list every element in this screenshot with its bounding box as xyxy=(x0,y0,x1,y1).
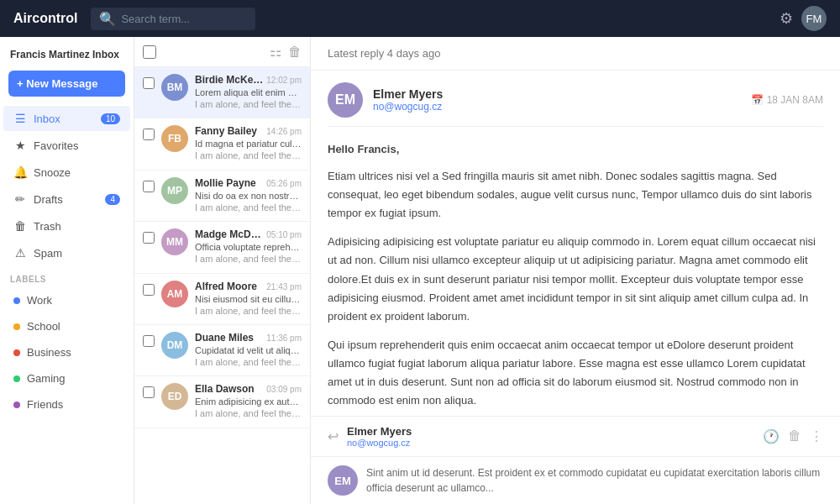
sidebar-item-spam[interactable]: ⚠ Spam xyxy=(3,240,130,265)
email-text: Hello Francis, Etiam ultrices nisi vel a… xyxy=(328,127,823,416)
msg-avatar-2: FB xyxy=(161,125,188,152)
navbar: Aircontrol 🔍 ⚙ FM xyxy=(0,0,840,37)
search-input[interactable] xyxy=(121,13,247,25)
msg-avatar-4: MM xyxy=(161,228,188,255)
sidebar-item-favorites[interactable]: ★ Favorites xyxy=(3,133,130,158)
message-item-4[interactable]: MM Madge McDaniel 05:10 pm Officia volup… xyxy=(134,222,310,273)
msg-preview-4: I am alone, and feel the charm of existe… xyxy=(195,253,302,265)
msg-content-3: Mollie Payne 05:26 pm Nisi do oa ex non … xyxy=(195,177,302,214)
message-item-1[interactable]: BM Birdie McKenzie 12:02 pm Lorem aliqua… xyxy=(134,67,310,118)
msg-subject-5: Nisi eiusmod sit eu cillum id officia ..… xyxy=(195,294,302,304)
school-dot xyxy=(13,323,20,330)
sidebar-item-gaming[interactable]: Gaming xyxy=(3,366,130,391)
msg-avatar-5: AM xyxy=(161,281,188,307)
main-layout: Francis Martinez Inbox + New Message ☰ I… xyxy=(0,37,840,504)
business-label: Business xyxy=(27,346,71,359)
avatar[interactable]: FM xyxy=(801,6,827,31)
message-list-header: ⚏ 🗑 xyxy=(134,37,310,67)
new-message-button[interactable]: + New Message xyxy=(8,71,125,97)
msg-preview-2: I am alone, and feel the charm of existe… xyxy=(195,150,302,162)
message-item-3[interactable]: MP Mollie Payne 05:26 pm Nisi do oa ex n… xyxy=(134,171,310,222)
sidebar-item-drafts[interactable]: ✏ Drafts 4 xyxy=(3,186,130,212)
msg-time-1: 12:02 pm xyxy=(266,76,302,85)
inbox-badge: 10 xyxy=(101,113,120,124)
msg-time-2: 14:26 pm xyxy=(266,127,302,136)
msg-preview-3: I am alone, and feel the charm of existe… xyxy=(195,202,302,214)
email-para-3: Qui ipsum reprehenderit quis enim occaec… xyxy=(328,336,823,410)
email-from-row: EM Elmer Myers no@wogcug.cz 📅 18 JAN 8AM xyxy=(328,71,823,127)
sidebar-item-inbox[interactable]: ☰ Inbox 10 xyxy=(3,106,130,131)
msg-name-1: Birdie McKenzie xyxy=(195,74,266,86)
sidebar-item-work[interactable]: Work xyxy=(3,288,130,312)
msg-header-2: Fanny Bailey 14:26 pm xyxy=(195,125,302,137)
email-sender-avatar: EM xyxy=(328,82,363,118)
msg-time-7: 03:09 pm xyxy=(266,385,302,394)
favorites-icon: ★ xyxy=(13,139,27,152)
friends-dot xyxy=(13,402,20,408)
msg-checkbox-2[interactable] xyxy=(143,129,155,140)
calendar-icon: 📅 xyxy=(751,94,764,106)
msg-content-4: Madge McDaniel 05:10 pm Officia voluptat… xyxy=(195,228,302,265)
reply-actions: 🕐 🗑 ⋮ xyxy=(763,428,823,444)
message-item-5[interactable]: AM Alfred Moore 21:43 pm Nisi eiusmod si… xyxy=(134,274,310,325)
message-item-2[interactable]: FB Fanny Bailey 14:26 pm Id magna et par… xyxy=(134,118,310,170)
sidebar-item-business[interactable]: Business xyxy=(3,340,130,365)
snooze-icon: 🔔 xyxy=(13,165,27,179)
msg-content-6: Duane Miles 11:36 pm Cupidatat id velit … xyxy=(195,332,302,369)
message-list-actions: ⚏ 🗑 xyxy=(270,44,302,60)
reply-sender: Elmer Myers no@wogcug.cz xyxy=(347,425,754,448)
msg-name-3: Mollie Payne xyxy=(195,177,256,189)
msg-content-7: Ella Dawson 03:09 pm Enim adipisicing ex… xyxy=(195,383,302,420)
email-date: 📅 18 JAN 8AM xyxy=(751,94,823,106)
sidebar-item-trash[interactable]: 🗑 Trash xyxy=(3,213,130,239)
msg-checkbox-3[interactable] xyxy=(143,181,155,192)
sidebar-item-friends[interactable]: Friends xyxy=(3,392,130,417)
settings-icon[interactable]: ⚙ xyxy=(780,9,793,28)
reply-icon[interactable]: ↩ xyxy=(328,428,339,444)
msg-checkbox-4[interactable] xyxy=(143,232,155,244)
spam-icon: ⚠ xyxy=(13,246,27,260)
msg-checkbox-1[interactable] xyxy=(143,77,155,89)
reply-sender-email[interactable]: no@wogcug.cz xyxy=(347,438,754,448)
msg-subject-4: Officia voluptate reprehenderit eu s... xyxy=(195,242,302,252)
delete-icon[interactable]: 🗑 xyxy=(288,45,302,60)
email-reply-header: Latest reply 4 days ago xyxy=(311,37,840,71)
drafts-icon: ✏ xyxy=(13,192,27,206)
sidebar-user-name: Francis Martinez Inbox xyxy=(0,45,134,67)
clock-icon[interactable]: 🕐 xyxy=(763,428,780,444)
gaming-label: Gaming xyxy=(27,372,66,385)
msg-header-5: Alfred Moore 21:43 pm xyxy=(195,281,302,292)
msg-checkbox-5[interactable] xyxy=(143,284,155,296)
sidebar-item-school[interactable]: School xyxy=(3,314,130,339)
labels-heading: LABELS xyxy=(0,266,134,287)
msg-name-2: Fanny Bailey xyxy=(195,125,257,137)
msg-header-7: Ella Dawson 03:09 pm xyxy=(195,383,302,395)
msg-subject-3: Nisi do oa ex non nostrud duis aliqu... xyxy=(195,191,302,201)
thread-preview-text: Sint anim ut id deserunt. Est proident e… xyxy=(366,465,823,496)
reply-delete-icon[interactable]: 🗑 xyxy=(788,428,801,444)
sidebar-item-snooze[interactable]: 🔔 Snooze xyxy=(3,160,130,185)
drafts-badge: 4 xyxy=(105,194,120,205)
message-item-7[interactable]: ED Ella Dawson 03:09 pm Enim adipisicing… xyxy=(134,376,310,428)
search-bar[interactable]: 🔍 xyxy=(91,8,255,30)
more-options-icon[interactable]: ⋮ xyxy=(810,428,823,444)
sidebar-item-label: Inbox xyxy=(34,113,60,125)
msg-checkbox-6[interactable] xyxy=(143,335,155,347)
msg-preview-1: I am alone, and feel the charm of existe… xyxy=(195,98,302,111)
app-brand: Aircontrol xyxy=(13,11,77,26)
message-item-6[interactable]: DM Duane Miles 11:36 pm Cupidatat id vel… xyxy=(134,325,310,376)
search-icon: 🔍 xyxy=(99,11,116,27)
msg-header-1: Birdie McKenzie 12:02 pm xyxy=(195,74,302,86)
msg-content-1: Birdie McKenzie 12:02 pm Lorem aliqua el… xyxy=(195,74,302,111)
filter-icon[interactable]: ⚏ xyxy=(270,44,281,60)
select-all-checkbox[interactable] xyxy=(143,45,156,59)
thread-preview: EM Sint anim ut id deserunt. Est proiden… xyxy=(311,456,840,504)
msg-time-3: 05:26 pm xyxy=(266,179,302,188)
msg-checkbox-7[interactable] xyxy=(143,386,155,398)
msg-header-4: Madge McDaniel 05:10 pm xyxy=(195,228,302,240)
email-sender-email[interactable]: no@wogcug.cz xyxy=(373,101,741,113)
msg-avatar-3: MP xyxy=(161,177,188,204)
sidebar-item-label: Snooze xyxy=(34,166,71,179)
email-greeting: Hello Francis, xyxy=(328,140,823,159)
message-list: ⚏ 🗑 BM Birdie McKenzie 12:02 pm Lorem al… xyxy=(134,37,311,504)
